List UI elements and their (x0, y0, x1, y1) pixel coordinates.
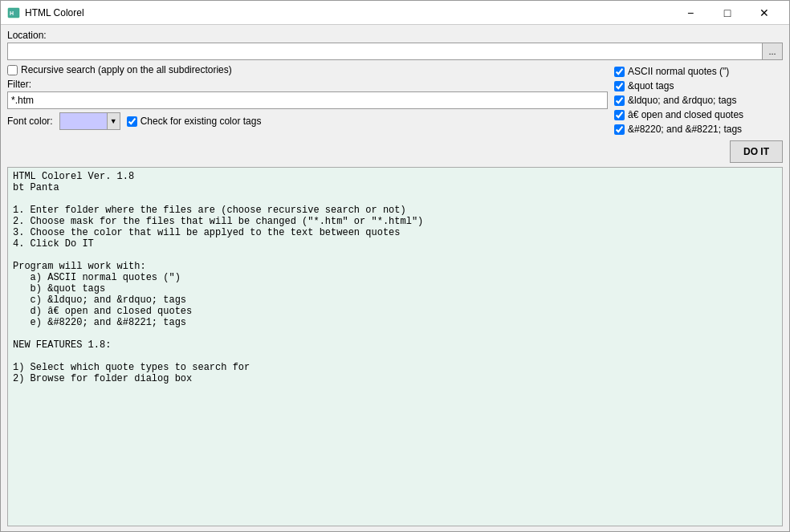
output-text[interactable]: HTML Colorel Ver. 1.8 bt Panta 1. Enter … (8, 168, 782, 526)
cb5-label[interactable]: &#8220; and &#8221; tags (614, 124, 783, 135)
close-button[interactable]: ✕ (746, 1, 783, 25)
content-area: Location: ... Recursive search (apply on… (1, 25, 789, 531)
color-dropdown-button[interactable]: ▼ (108, 112, 120, 130)
right-panel: ASCII normal quotes (") &quot tags &ldqu… (614, 64, 783, 163)
cb3-text: &ldquo; and &rdquo; tags (628, 95, 736, 106)
location-label: Location: (7, 30, 783, 41)
cb3-checkbox[interactable] (614, 95, 625, 106)
filter-label: Filter: (7, 79, 608, 90)
cb2-text: &quot tags (628, 80, 674, 91)
recursive-checkbox[interactable] (7, 65, 18, 75)
color-box[interactable] (59, 112, 108, 130)
location-section: Location: ... (7, 30, 783, 60)
cb3-label[interactable]: &ldquo; and &rdquo; tags (614, 95, 783, 106)
cb4-label[interactable]: â€ open and closed quotes (614, 109, 783, 120)
maximize-button[interactable]: □ (709, 1, 746, 25)
do-it-row: DO IT (614, 140, 783, 163)
cb5-text: &#8220; and &#8221; tags (628, 124, 742, 135)
font-color-label: Font color: (7, 116, 53, 127)
title-bar: H HTML Colorel − □ ✕ (1, 1, 789, 25)
cb2-label[interactable]: &quot tags (614, 80, 783, 91)
browse-button[interactable]: ... (762, 43, 783, 60)
check-existing-label[interactable]: Check for existing color tags (127, 116, 262, 127)
middle-area: Recursive search (apply on the all subdi… (7, 64, 783, 163)
window-title: HTML Colorel (25, 7, 672, 18)
color-picker-wrapper: ▼ (59, 112, 120, 130)
do-it-button[interactable]: DO IT (730, 140, 783, 163)
recursive-checkbox-label[interactable]: Recursive search (apply on the all subdi… (7, 64, 608, 75)
font-color-row: Font color: ▼ Check for existing color t… (7, 112, 608, 130)
quote-type-checkboxes: ASCII normal quotes (") &quot tags &ldqu… (614, 64, 783, 135)
check-existing-text: Check for existing color tags (140, 116, 262, 127)
app-icon: H (7, 6, 20, 19)
left-controls: Recursive search (apply on the all subdi… (7, 64, 608, 130)
cb1-checkbox[interactable] (614, 67, 625, 77)
filter-section: Filter: (7, 79, 608, 109)
cb4-checkbox[interactable] (614, 110, 625, 120)
minimize-button[interactable]: − (672, 1, 709, 25)
check-existing-checkbox[interactable] (127, 116, 137, 127)
recursive-label: Recursive search (apply on the all subdi… (21, 64, 232, 75)
filter-input[interactable] (7, 91, 608, 109)
window-controls: − □ ✕ (672, 1, 783, 25)
location-input[interactable] (7, 43, 762, 60)
main-window: H HTML Colorel − □ ✕ Location: ... (0, 0, 790, 532)
cb1-text: ASCII normal quotes (") (628, 66, 729, 77)
cb2-checkbox[interactable] (614, 81, 625, 91)
svg-text:H: H (10, 10, 14, 16)
output-wrapper: HTML Colorel Ver. 1.8 bt Panta 1. Enter … (7, 167, 783, 526)
cb5-checkbox[interactable] (614, 124, 625, 135)
cb1-label[interactable]: ASCII normal quotes (") (614, 66, 783, 77)
cb4-text: â€ open and closed quotes (628, 109, 743, 120)
